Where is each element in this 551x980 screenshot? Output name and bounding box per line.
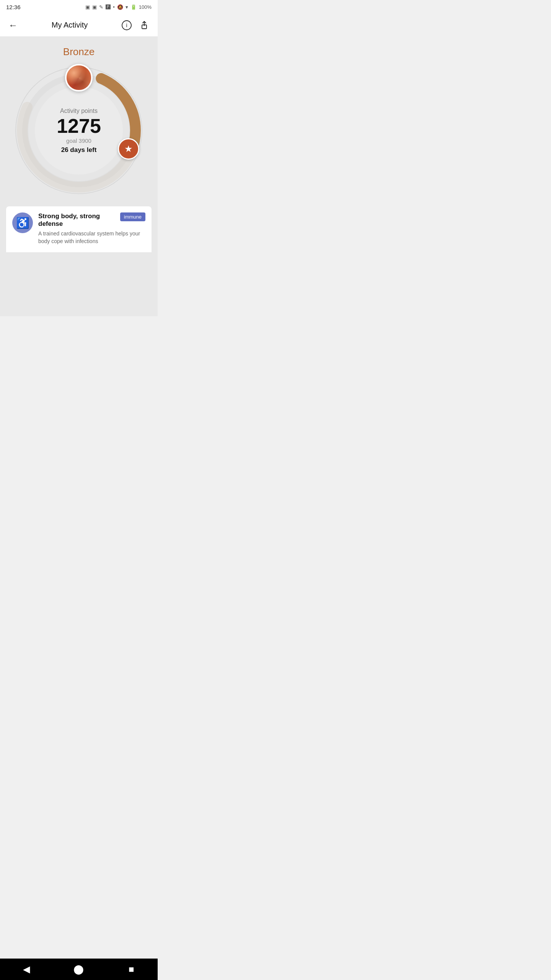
share-button[interactable]: [137, 18, 152, 33]
article-icon: ♿: [12, 212, 33, 233]
page-title: My Activity: [20, 21, 119, 29]
sim2-icon: ▣: [92, 4, 97, 10]
parking-icon: 🅿: [106, 4, 111, 10]
back-button[interactable]: ←: [6, 18, 20, 32]
status-time: 12:36: [6, 4, 21, 10]
top-navigation: ← My Activity i: [0, 14, 158, 37]
article-card[interactable]: ♿ Strong body, strong defense A trained …: [6, 206, 152, 252]
dot-icon: •: [113, 4, 115, 10]
mute-icon: 🔕: [117, 4, 123, 10]
svg-text:i: i: [126, 22, 127, 28]
article-tag: immune: [120, 212, 145, 221]
edit-icon: ✎: [99, 4, 103, 10]
battery-icon: 🔋: [130, 4, 137, 10]
star-badge: ★: [118, 138, 139, 160]
gem-badge: [65, 64, 93, 91]
person-icon: ♿: [16, 217, 29, 229]
star-icon: ★: [124, 144, 133, 154]
main-content: Bronze ★ Activity poin: [0, 37, 158, 316]
goal-label: goal 3900: [57, 137, 101, 144]
status-bar: 12:36 ▣ ▣ ✎ 🅿 • 🔕 ▾ 🔋 100%: [0, 0, 158, 14]
info-button[interactable]: i: [119, 18, 134, 33]
days-left: 26 days left: [57, 146, 101, 154]
circle-center-text: Activity points 1275 goal 3900 26 days l…: [57, 108, 101, 154]
tier-label: Bronze: [63, 46, 95, 58]
sim-icon: ▣: [85, 4, 90, 10]
battery-percent: 100%: [139, 4, 152, 10]
progress-circle-container: ★ Activity points 1275 goal 3900 26 days…: [14, 65, 144, 196]
article-description: A trained cardiovascular system helps yo…: [38, 230, 145, 245]
activity-points-value: 1275: [57, 116, 101, 136]
status-icons: ▣ ▣ ✎ 🅿 • 🔕 ▾ 🔋 100%: [85, 4, 152, 10]
wifi-icon: ▾: [126, 4, 128, 10]
nav-actions: i: [119, 18, 152, 33]
activity-points-label: Activity points: [57, 108, 101, 114]
gem-inner: [67, 65, 91, 90]
